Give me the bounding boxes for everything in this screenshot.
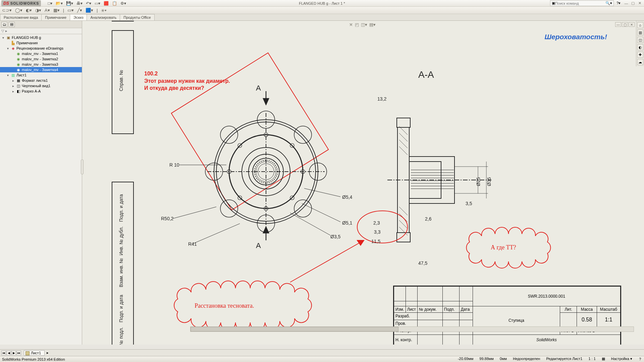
tb-scale: Масштаб — [597, 306, 621, 312]
tab-sketch[interactable]: Эскиз — [70, 14, 87, 20]
tb-prov: Пров. — [394, 320, 418, 327]
app-logo[interactable]: DS SOLIDWORKS — [1, 0, 41, 6]
tool-color-icon[interactable]: 🟦▾ — [86, 8, 93, 13]
leftcol-npodl: № подл. — [118, 327, 124, 345]
doc-max-icon[interactable]: ▢ — [622, 22, 628, 27]
taskpane-view-icon[interactable]: ◫ — [637, 37, 643, 43]
tb-razrab: Разраб. — [394, 312, 418, 320]
tool-circle-icon[interactable]: ◯▾ — [15, 8, 22, 13]
tab-evaluate[interactable]: Анализировать — [87, 14, 120, 20]
svg-line-51 — [399, 126, 408, 135]
options-icon[interactable]: 📋 — [112, 1, 117, 6]
tool-line-icon[interactable]: ╱▾ — [77, 8, 82, 13]
svg-point-27 — [238, 143, 242, 147]
tree-view1[interactable]: ▸◫Чертежный вид1 — [0, 83, 82, 88]
undo-icon[interactable]: ↶▾ — [86, 1, 91, 6]
svg-line-56 — [399, 214, 408, 222]
status-help-icon[interactable]: ？ — [638, 357, 642, 362]
tool-disp-icon[interactable]: ◑▾ — [35, 8, 41, 13]
redline-dim-note: 100.2 Этот размер нужен как диаметр. И о… — [144, 70, 230, 92]
tb-nkontr: Н. контр. — [394, 335, 418, 345]
taskpane-home-icon[interactable]: ⌂ — [637, 22, 643, 28]
tool-sheet-icon[interactable]: ▭▾ — [67, 8, 74, 13]
sheet-next-icon[interactable]: ▶ — [11, 351, 16, 355]
maximize-icon[interactable]: ▢ — [630, 1, 636, 6]
sheet-last-icon[interactable]: ⏭ — [16, 351, 21, 355]
feature-tree[interactable]: ▾▣FLANGED HUB g ▙Примечания ▾◈Рецензиров… — [0, 34, 82, 345]
search-go-icon[interactable]: 🔍▾ — [605, 1, 612, 5]
sheet-prev-icon[interactable]: ◀ — [6, 351, 11, 355]
zoom-fit-icon[interactable]: ⤧ — [349, 22, 353, 27]
disp-style-icon[interactable]: ▤▾ — [369, 22, 376, 27]
add-sheet-icon[interactable]: ▸ — [47, 351, 49, 355]
dim-d35v: Ø35 — [486, 177, 492, 186]
horizontal-scrollbar[interactable] — [190, 326, 634, 332]
tree-root[interactable]: ▾▣FLANGED HUB g — [0, 35, 82, 40]
dim-r502: R50,2 — [161, 216, 173, 221]
leftcol-podp2: Подп. и дата — [118, 295, 124, 322]
search-input[interactable] — [555, 1, 605, 5]
tool-view-icon[interactable]: ◐▾ — [26, 8, 32, 13]
window-buttons: — ▢ ✕ — [623, 1, 643, 6]
close-icon[interactable]: ✕ — [637, 1, 643, 6]
open-icon[interactable]: 📂▾ — [56, 1, 63, 6]
svg-point-64 — [357, 211, 408, 243]
tb-hdr-izm: Изм. — [394, 306, 406, 312]
tree-note-3[interactable]: ◉malov_mv - Заметка3 — [0, 62, 82, 67]
print-icon[interactable]: 🖶▾ — [76, 1, 83, 6]
tool-link-icon[interactable]: ⊂⊃▾ — [2, 8, 12, 13]
scroll-thumb[interactable] — [191, 327, 398, 331]
tree-note-4[interactable]: ◉malov_mv - Заметка4 — [0, 67, 82, 72]
status-scale[interactable]: 1 : 1 — [588, 357, 595, 362]
svg-marker-4 — [263, 227, 269, 233]
tree-annotations[interactable]: ▙Примечания — [0, 40, 82, 46]
svg-point-13 — [294, 126, 312, 143]
tool-text-icon[interactable]: A▾ — [45, 8, 50, 13]
settings-icon[interactable]: ⚙▾ — [120, 1, 126, 6]
tool-grid-icon[interactable]: ▦▾ — [53, 8, 60, 13]
tree-review[interactable]: ▾◈Рецензирование eDrawings — [0, 46, 82, 51]
filter-arrow-icon[interactable]: ▸ — [5, 29, 7, 33]
taskpane-forum-icon[interactable]: ☁ — [637, 59, 643, 65]
command-search[interactable]: ▣ 🔍▾ — [550, 0, 614, 6]
panel-splitter[interactable] — [81, 160, 84, 174]
sheet-first-icon[interactable]: ⏮ — [1, 351, 6, 355]
select-icon[interactable]: ▭▾ — [95, 1, 100, 6]
save-icon[interactable]: 💾▾ — [66, 1, 73, 6]
status-menu-icon[interactable]: ▦ — [602, 357, 605, 362]
drawing-canvas[interactable]: ⤧ ◰ ◫▾ ▤▾ — ▢ ✕ Справ. № Подп. и дата Ин… — [82, 21, 644, 345]
tree-sheet-label: Лист1 — [16, 73, 26, 77]
tree-note-1[interactable]: ◉malov_mv - Заметка1 — [0, 51, 82, 56]
tree-format[interactable]: ▸▦Формат листа1 — [0, 78, 82, 83]
svg-rect-40 — [397, 233, 410, 242]
taskpane-lib-icon[interactable]: ▥ — [637, 29, 643, 36]
svg-point-29 — [258, 164, 274, 180]
tab-view-layout[interactable]: Расположение вида — [0, 14, 42, 20]
taskpane-appear-icon[interactable]: ◐ — [637, 44, 643, 50]
rebuild-icon[interactable]: 🟥 — [104, 1, 109, 6]
svg-point-15 — [294, 200, 312, 217]
view-orient-icon[interactable]: ◫▾ — [361, 22, 367, 27]
panel-tab-tree-icon[interactable]: 🗂 — [1, 22, 7, 27]
border-top-stub — [112, 21, 134, 21]
tool-dim-icon[interactable]: ⚹▾ — [101, 8, 106, 13]
tree-sheet[interactable]: ▾▥Лист1 — [0, 72, 82, 78]
tab-office[interactable]: Продукты Office — [120, 14, 154, 20]
sheet-tab-1[interactable]: Лист1 — [24, 350, 45, 356]
doc-close-icon[interactable]: ✕ — [629, 22, 635, 27]
zoom-area-icon[interactable]: ◰ — [355, 22, 359, 27]
svg-line-53 — [399, 140, 408, 148]
panel-tab-prop-icon[interactable]: ▤ — [9, 22, 15, 27]
doc-min-icon[interactable]: — — [615, 22, 621, 27]
tree-note-2[interactable]: ◉malov_mv - Заметка2 — [0, 56, 82, 62]
help-icon[interactable]: ?▾ — [616, 1, 621, 5]
redline-roughness: Шероховатость! — [545, 33, 607, 41]
tab-annotation[interactable]: Примечание — [41, 14, 70, 20]
status-custom[interactable]: Настройка ▾ — [611, 357, 632, 362]
minimize-icon[interactable]: — — [623, 1, 629, 6]
tree-section-aa[interactable]: ▸◧Разрез A-A — [0, 88, 82, 94]
taskpane-custom-icon[interactable]: ✚ — [637, 52, 643, 58]
titleblock: SWR.2013.0000.001 Изм. Лист № докум. Под… — [393, 286, 621, 345]
filter-icon[interactable]: ▽ — [1, 29, 4, 33]
new-icon[interactable]: □▾ — [48, 1, 52, 6]
